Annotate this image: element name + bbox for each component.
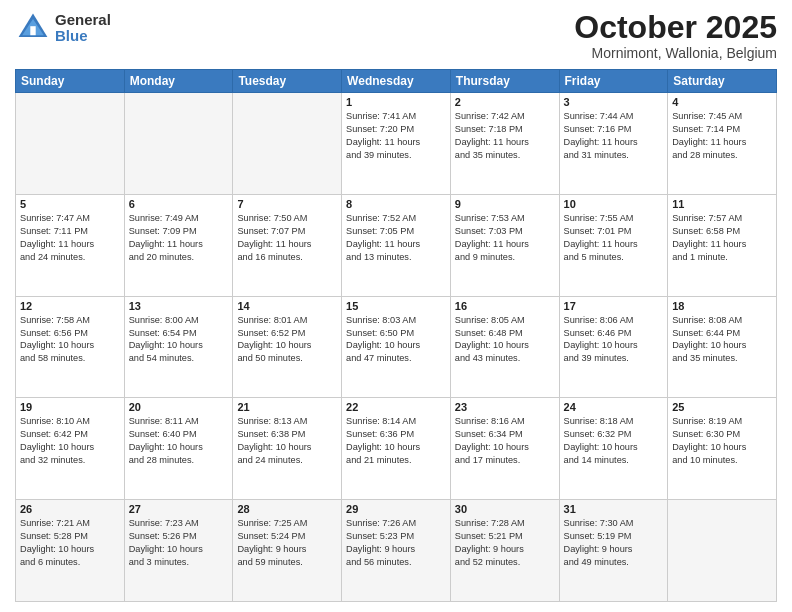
day-info: Sunrise: 7:45 AMSunset: 7:14 PMDaylight:… [672,110,772,162]
day-number: 30 [455,503,555,515]
calendar-cell: 2Sunrise: 7:42 AMSunset: 7:18 PMDaylight… [450,93,559,195]
calendar-cell: 6Sunrise: 7:49 AMSunset: 7:09 PMDaylight… [124,194,233,296]
calendar-cell: 29Sunrise: 7:26 AMSunset: 5:23 PMDayligh… [342,500,451,602]
day-number: 20 [129,401,229,413]
day-number: 24 [564,401,664,413]
day-number: 1 [346,96,446,108]
day-info: Sunrise: 7:23 AMSunset: 5:26 PMDaylight:… [129,517,229,569]
day-number: 25 [672,401,772,413]
calendar-cell [233,93,342,195]
day-info: Sunrise: 7:53 AMSunset: 7:03 PMDaylight:… [455,212,555,264]
calendar-cell: 31Sunrise: 7:30 AMSunset: 5:19 PMDayligh… [559,500,668,602]
calendar-cell: 15Sunrise: 8:03 AMSunset: 6:50 PMDayligh… [342,296,451,398]
day-number: 18 [672,300,772,312]
day-number: 5 [20,198,120,210]
day-number: 6 [129,198,229,210]
day-info: Sunrise: 7:42 AMSunset: 7:18 PMDaylight:… [455,110,555,162]
day-number: 4 [672,96,772,108]
col-tuesday: Tuesday [233,70,342,93]
page: General Blue October 2025 Mornimont, Wal… [0,0,792,612]
calendar-cell [668,500,777,602]
day-number: 27 [129,503,229,515]
col-monday: Monday [124,70,233,93]
day-info: Sunrise: 8:03 AMSunset: 6:50 PMDaylight:… [346,314,446,366]
day-number: 29 [346,503,446,515]
calendar-cell: 18Sunrise: 8:08 AMSunset: 6:44 PMDayligh… [668,296,777,398]
day-number: 26 [20,503,120,515]
logo-icon [15,10,51,46]
day-info: Sunrise: 7:21 AMSunset: 5:28 PMDaylight:… [20,517,120,569]
day-number: 3 [564,96,664,108]
col-sunday: Sunday [16,70,125,93]
col-saturday: Saturday [668,70,777,93]
day-number: 21 [237,401,337,413]
calendar-cell: 10Sunrise: 7:55 AMSunset: 7:01 PMDayligh… [559,194,668,296]
day-number: 7 [237,198,337,210]
day-info: Sunrise: 7:50 AMSunset: 7:07 PMDaylight:… [237,212,337,264]
calendar-cell: 20Sunrise: 8:11 AMSunset: 6:40 PMDayligh… [124,398,233,500]
calendar-cell: 25Sunrise: 8:19 AMSunset: 6:30 PMDayligh… [668,398,777,500]
calendar-cell: 30Sunrise: 7:28 AMSunset: 5:21 PMDayligh… [450,500,559,602]
col-wednesday: Wednesday [342,70,451,93]
logo-general-text: General [55,12,111,29]
calendar-header-row: Sunday Monday Tuesday Wednesday Thursday… [16,70,777,93]
col-thursday: Thursday [450,70,559,93]
day-number: 31 [564,503,664,515]
day-info: Sunrise: 7:49 AMSunset: 7:09 PMDaylight:… [129,212,229,264]
day-number: 2 [455,96,555,108]
day-info: Sunrise: 8:05 AMSunset: 6:48 PMDaylight:… [455,314,555,366]
logo-blue-text: Blue [55,28,111,45]
week-row-1: 5Sunrise: 7:47 AMSunset: 7:11 PMDaylight… [16,194,777,296]
calendar-cell: 27Sunrise: 7:23 AMSunset: 5:26 PMDayligh… [124,500,233,602]
day-number: 28 [237,503,337,515]
day-info: Sunrise: 8:01 AMSunset: 6:52 PMDaylight:… [237,314,337,366]
calendar-cell: 12Sunrise: 7:58 AMSunset: 6:56 PMDayligh… [16,296,125,398]
calendar-cell: 16Sunrise: 8:05 AMSunset: 6:48 PMDayligh… [450,296,559,398]
day-number: 12 [20,300,120,312]
calendar-cell: 21Sunrise: 8:13 AMSunset: 6:38 PMDayligh… [233,398,342,500]
calendar-cell: 19Sunrise: 8:10 AMSunset: 6:42 PMDayligh… [16,398,125,500]
day-info: Sunrise: 7:47 AMSunset: 7:11 PMDaylight:… [20,212,120,264]
day-info: Sunrise: 8:16 AMSunset: 6:34 PMDaylight:… [455,415,555,467]
calendar-cell [124,93,233,195]
day-number: 17 [564,300,664,312]
header: General Blue October 2025 Mornimont, Wal… [15,10,777,61]
calendar-table: Sunday Monday Tuesday Wednesday Thursday… [15,69,777,602]
day-info: Sunrise: 7:52 AMSunset: 7:05 PMDaylight:… [346,212,446,264]
day-info: Sunrise: 8:08 AMSunset: 6:44 PMDaylight:… [672,314,772,366]
day-info: Sunrise: 7:44 AMSunset: 7:16 PMDaylight:… [564,110,664,162]
calendar-cell: 22Sunrise: 8:14 AMSunset: 6:36 PMDayligh… [342,398,451,500]
day-number: 19 [20,401,120,413]
week-row-4: 26Sunrise: 7:21 AMSunset: 5:28 PMDayligh… [16,500,777,602]
calendar-cell: 28Sunrise: 7:25 AMSunset: 5:24 PMDayligh… [233,500,342,602]
day-info: Sunrise: 7:58 AMSunset: 6:56 PMDaylight:… [20,314,120,366]
logo-text: General Blue [55,12,111,45]
week-row-2: 12Sunrise: 7:58 AMSunset: 6:56 PMDayligh… [16,296,777,398]
day-number: 22 [346,401,446,413]
calendar-cell [16,93,125,195]
day-info: Sunrise: 7:57 AMSunset: 6:58 PMDaylight:… [672,212,772,264]
calendar-cell: 5Sunrise: 7:47 AMSunset: 7:11 PMDaylight… [16,194,125,296]
calendar-cell: 4Sunrise: 7:45 AMSunset: 7:14 PMDaylight… [668,93,777,195]
calendar-cell: 23Sunrise: 8:16 AMSunset: 6:34 PMDayligh… [450,398,559,500]
calendar-cell: 17Sunrise: 8:06 AMSunset: 6:46 PMDayligh… [559,296,668,398]
calendar-cell: 3Sunrise: 7:44 AMSunset: 7:16 PMDaylight… [559,93,668,195]
calendar-cell: 1Sunrise: 7:41 AMSunset: 7:20 PMDaylight… [342,93,451,195]
day-number: 14 [237,300,337,312]
day-info: Sunrise: 8:18 AMSunset: 6:32 PMDaylight:… [564,415,664,467]
day-info: Sunrise: 7:25 AMSunset: 5:24 PMDaylight:… [237,517,337,569]
day-number: 13 [129,300,229,312]
calendar-cell: 26Sunrise: 7:21 AMSunset: 5:28 PMDayligh… [16,500,125,602]
col-friday: Friday [559,70,668,93]
svg-rect-2 [30,26,35,35]
day-number: 15 [346,300,446,312]
day-info: Sunrise: 8:13 AMSunset: 6:38 PMDaylight:… [237,415,337,467]
location-subtitle: Mornimont, Wallonia, Belgium [574,45,777,61]
day-info: Sunrise: 8:14 AMSunset: 6:36 PMDaylight:… [346,415,446,467]
day-number: 10 [564,198,664,210]
week-row-0: 1Sunrise: 7:41 AMSunset: 7:20 PMDaylight… [16,93,777,195]
day-info: Sunrise: 8:06 AMSunset: 6:46 PMDaylight:… [564,314,664,366]
day-info: Sunrise: 8:10 AMSunset: 6:42 PMDaylight:… [20,415,120,467]
calendar-cell: 7Sunrise: 7:50 AMSunset: 7:07 PMDaylight… [233,194,342,296]
day-info: Sunrise: 7:30 AMSunset: 5:19 PMDaylight:… [564,517,664,569]
